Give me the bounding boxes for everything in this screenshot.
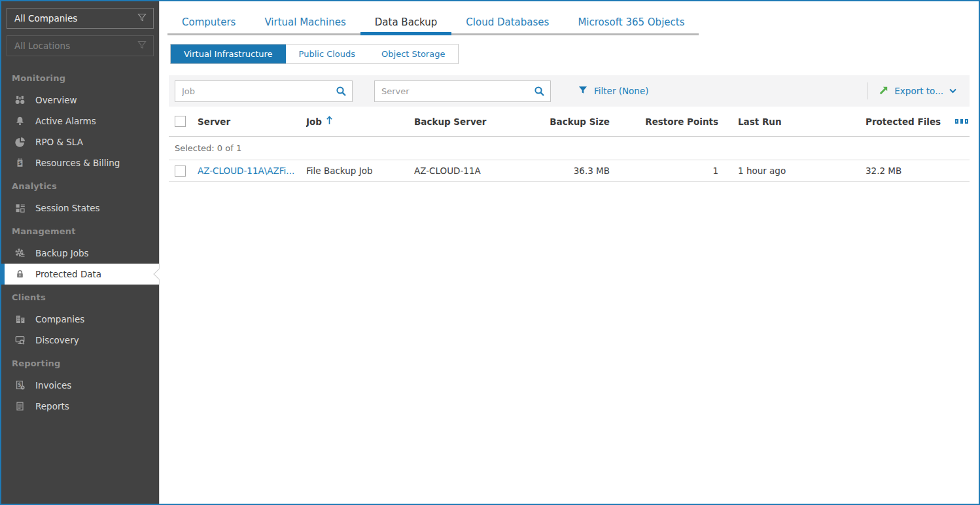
app-window: All Companies All Locations Monitoring O… xyxy=(0,0,980,505)
sidebar-item-protected-data[interactable]: Protected Data xyxy=(1,264,159,285)
column-header-restore-points[interactable]: Restore Points xyxy=(610,116,718,127)
sidebar-section-clients: Clients xyxy=(1,285,159,309)
backup-size-cell: 36.3 MB xyxy=(535,165,610,176)
invoice-icon: $ xyxy=(14,380,26,391)
sidebar-item-backup-jobs[interactable]: Backup Jobs xyxy=(1,243,159,264)
subtab-public-clouds[interactable]: Public Clouds xyxy=(286,44,369,63)
sub-tab-bar: Virtual Infrastructure Public Clouds Obj… xyxy=(170,44,459,64)
select-all-checkbox[interactable] xyxy=(175,116,186,127)
table-header-row: Server Job Backup Server Backup Size Res… xyxy=(169,107,970,137)
bell-icon xyxy=(14,116,26,127)
sidebar-item-label: Invoices xyxy=(35,380,71,391)
subtab-object-storage[interactable]: Object Storage xyxy=(368,44,458,63)
search-icon[interactable] xyxy=(534,86,545,99)
sidebar-item-companies[interactable]: Companies xyxy=(1,309,159,330)
export-button[interactable]: Export to... xyxy=(879,85,957,97)
selection-summary: Selected: 0 of 1 xyxy=(169,137,970,160)
column-picker-icon[interactable] xyxy=(955,119,970,124)
sidebar-item-label: Session States xyxy=(35,203,100,213)
sidebar-item-label: Overview xyxy=(35,95,77,105)
job-search xyxy=(175,80,353,102)
gear-icon xyxy=(14,248,26,259)
sidebar-item-overview[interactable]: Overview xyxy=(1,90,159,111)
sidebar-section-reporting: Reporting xyxy=(1,351,159,375)
sidebar-item-label: RPO & SLA xyxy=(35,137,83,147)
sidebar-item-label: Discovery xyxy=(35,335,79,345)
protected-files-cell: 32.2 MB xyxy=(846,165,955,176)
pie-chart-icon xyxy=(14,137,26,148)
backup-server-cell: AZ-CLOUD-11A xyxy=(414,165,535,176)
table-row[interactable]: AZ-CLOUD-11A\AZFi... File Backup Job AZ-… xyxy=(169,160,970,182)
row-checkbox[interactable] xyxy=(175,165,186,177)
column-header-backup-server[interactable]: Backup Server xyxy=(414,116,535,127)
server-search xyxy=(374,80,551,102)
billing-icon: $ xyxy=(14,158,26,169)
report-icon xyxy=(14,401,26,412)
sidebar-item-label: Companies xyxy=(35,314,84,324)
top-tab-bar: Computers Virtual Machines Data Backup C… xyxy=(167,10,699,35)
sidebar-item-label: Reports xyxy=(35,401,69,411)
sidebar-section-analytics: Analytics xyxy=(1,173,159,198)
restore-points-cell: 1 xyxy=(610,165,718,176)
tab-computers[interactable]: Computers xyxy=(167,10,250,33)
column-header-protected-files[interactable]: Protected Files xyxy=(846,116,955,127)
tab-cloud-databases[interactable]: Cloud Databases xyxy=(451,10,563,33)
main-content: Computers Virtual Machines Data Backup C… xyxy=(159,1,979,504)
sidebar-item-session-states[interactable]: Session States xyxy=(1,198,159,218)
job-search-input[interactable] xyxy=(175,80,353,102)
export-arrow-icon xyxy=(879,85,889,97)
sidebar-item-label: Active Alarms xyxy=(35,116,96,126)
column-header-last-run[interactable]: Last Run xyxy=(718,116,846,127)
location-filter[interactable]: All Locations xyxy=(7,35,154,56)
last-run-cell: 1 hour ago xyxy=(718,165,846,176)
export-label: Export to... xyxy=(894,86,943,96)
monitor-search-icon xyxy=(14,335,26,346)
server-link[interactable]: AZ-CLOUD-11A\AZFi... xyxy=(198,165,294,176)
column-header-job[interactable]: Job xyxy=(306,116,414,127)
sidebar-item-label: Protected Data xyxy=(35,269,101,279)
tab-data-backup[interactable]: Data Backup xyxy=(360,10,452,33)
grid-icon xyxy=(14,203,26,214)
tab-microsoft-365-objects[interactable]: Microsoft 365 Objects xyxy=(563,10,699,33)
sidebar-item-label: Backup Jobs xyxy=(35,248,89,258)
lock-icon xyxy=(14,269,26,280)
server-search-input[interactable] xyxy=(374,80,551,102)
binoculars-icon xyxy=(14,95,26,106)
building-icon xyxy=(14,314,26,325)
sidebar-item-active-alarms[interactable]: Active Alarms xyxy=(1,111,159,131)
search-icon[interactable] xyxy=(336,86,347,99)
chevron-down-icon xyxy=(949,86,957,96)
sidebar-item-discovery[interactable]: Discovery xyxy=(1,330,159,351)
sidebar-section-management: Management xyxy=(1,218,159,243)
toolbar: Filter (None) Export to... xyxy=(169,75,970,107)
toolbar-right: Export to... xyxy=(867,82,970,99)
column-header-backup-size[interactable]: Backup Size xyxy=(535,116,610,127)
svg-text:$: $ xyxy=(18,160,22,166)
company-filter[interactable]: All Companies xyxy=(7,8,154,29)
sidebar-section-monitoring: Monitoring xyxy=(1,65,159,90)
filter-funnel-icon xyxy=(578,85,588,97)
sidebar-nav: Monitoring Overview Active Alarms RPO & … xyxy=(1,65,159,417)
job-cell: File Backup Job xyxy=(306,165,414,176)
tab-virtual-machines[interactable]: Virtual Machines xyxy=(250,10,360,33)
filter-button[interactable]: Filter (None) xyxy=(578,85,648,97)
protected-data-table: Server Job Backup Server Backup Size Res… xyxy=(169,107,970,182)
sidebar-item-invoices[interactable]: $ Invoices xyxy=(1,375,159,396)
sidebar-item-reports[interactable]: Reports xyxy=(1,396,159,417)
sidebar: All Companies All Locations Monitoring O… xyxy=(1,1,159,504)
sidebar-item-rpo-sla[interactable]: RPO & SLA xyxy=(1,131,159,152)
funnel-icon xyxy=(137,40,147,52)
sidebar-item-resources-billing[interactable]: $ Resources & Billing xyxy=(1,152,159,173)
company-filter-value: All Companies xyxy=(14,13,77,24)
column-header-server[interactable]: Server xyxy=(198,116,306,127)
location-filter-value: All Locations xyxy=(14,41,70,51)
toolbar-divider xyxy=(867,82,867,99)
subtab-virtual-infrastructure[interactable]: Virtual Infrastructure xyxy=(171,44,286,63)
filter-label: Filter (None) xyxy=(594,86,648,96)
sort-asc-icon xyxy=(326,116,333,127)
funnel-icon xyxy=(137,12,147,25)
sidebar-item-label: Resources & Billing xyxy=(35,158,120,168)
